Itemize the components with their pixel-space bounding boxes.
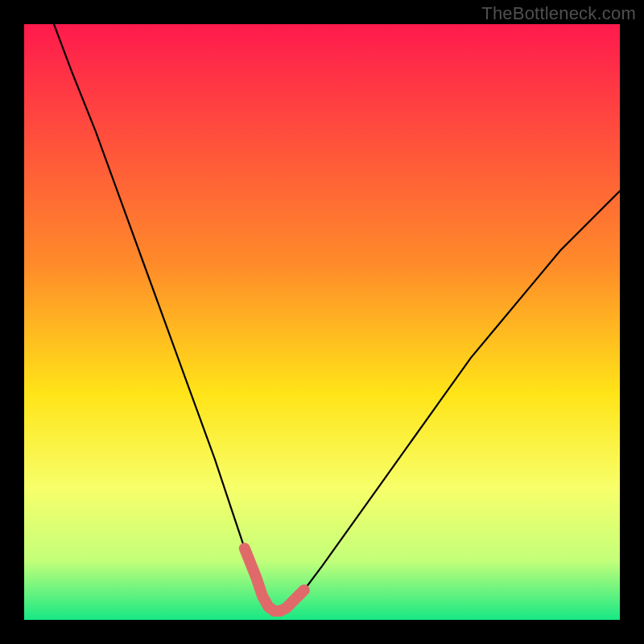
bottleneck-curve-plot <box>24 24 620 620</box>
watermark: TheBottleneck.com <box>481 3 636 24</box>
gradient-background <box>24 24 620 620</box>
chart-frame: TheBottleneck.com <box>0 0 644 644</box>
